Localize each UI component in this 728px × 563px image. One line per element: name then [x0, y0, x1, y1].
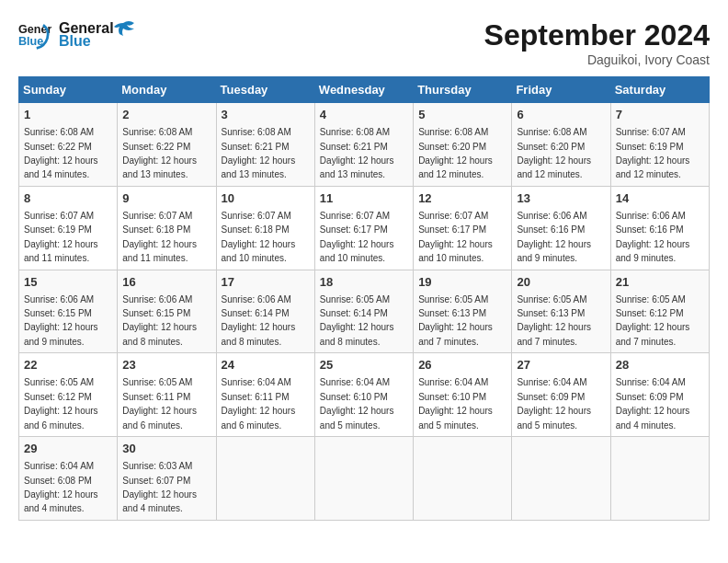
- day-cell-2: 2 Sunrise: 6:08 AMSunset: 6:22 PMDayligh…: [118, 103, 216, 187]
- day-cell-12: 12 Sunrise: 6:07 AMSunset: 6:17 PMDaylig…: [414, 186, 512, 270]
- month-title: September 2024: [484, 18, 710, 52]
- day-cell-17: 17 Sunrise: 6:06 AMSunset: 6:14 PMDaylig…: [216, 270, 314, 353]
- day-cell-7: 7 Sunrise: 6:07 AMSunset: 6:19 PMDayligh…: [610, 103, 709, 187]
- week-row-3: 15 Sunrise: 6:06 AMSunset: 6:15 PMDaylig…: [19, 270, 710, 353]
- page-header: General Blue General Blue September 2024…: [18, 18, 710, 67]
- day-cell-24: 24 Sunrise: 6:04 AMSunset: 6:11 PMDaylig…: [216, 353, 314, 437]
- day-cell-29: 29 Sunrise: 6:04 AMSunset: 6:08 PMDaylig…: [19, 437, 118, 521]
- day-cell-26: 26 Sunrise: 6:04 AMSunset: 6:10 PMDaylig…: [414, 353, 512, 437]
- day-cell-13: 13 Sunrise: 6:06 AMSunset: 6:16 PMDaylig…: [512, 186, 610, 270]
- empty-cell-4: [512, 437, 610, 521]
- day-cell-8: 8 Sunrise: 6:07 AMSunset: 6:19 PMDayligh…: [19, 186, 118, 270]
- col-saturday: Saturday: [610, 77, 709, 103]
- day-cell-10: 10 Sunrise: 6:07 AMSunset: 6:18 PMDaylig…: [216, 186, 314, 270]
- title-block: September 2024 Daguikoi, Ivory Coast: [484, 18, 710, 67]
- col-thursday: Thursday: [414, 77, 512, 103]
- day-cell-16: 16 Sunrise: 6:06 AMSunset: 6:15 PMDaylig…: [118, 270, 216, 353]
- day-cell-22: 22 Sunrise: 6:05 AMSunset: 6:12 PMDaylig…: [19, 353, 118, 437]
- empty-cell-3: [414, 437, 512, 521]
- week-row-1: 1 Sunrise: 6:08 AMSunset: 6:22 PMDayligh…: [19, 103, 710, 187]
- location-subtitle: Daguikoi, Ivory Coast: [484, 52, 710, 67]
- day-cell-23: 23 Sunrise: 6:05 AMSunset: 6:11 PMDaylig…: [118, 353, 216, 437]
- day-cell-4: 4 Sunrise: 6:08 AMSunset: 6:21 PMDayligh…: [314, 103, 413, 187]
- empty-cell-1: [216, 437, 314, 521]
- logo-icon: General Blue: [18, 18, 51, 52]
- col-monday: Monday: [118, 77, 216, 103]
- day-cell-3: 3 Sunrise: 6:08 AMSunset: 6:21 PMDayligh…: [216, 103, 314, 187]
- logo: General Blue General Blue: [18, 18, 136, 52]
- empty-cell-5: [610, 437, 709, 521]
- col-wednesday: Wednesday: [314, 77, 413, 103]
- col-tuesday: Tuesday: [216, 77, 314, 103]
- day-cell-21: 21 Sunrise: 6:05 AMSunset: 6:12 PMDaylig…: [610, 270, 709, 353]
- week-row-5: 29 Sunrise: 6:04 AMSunset: 6:08 PMDaylig…: [19, 437, 710, 521]
- day-cell-11: 11 Sunrise: 6:07 AMSunset: 6:17 PMDaylig…: [314, 186, 413, 270]
- week-row-2: 8 Sunrise: 6:07 AMSunset: 6:19 PMDayligh…: [19, 186, 710, 270]
- day-cell-27: 27 Sunrise: 6:04 AMSunset: 6:09 PMDaylig…: [512, 353, 610, 437]
- week-row-4: 22 Sunrise: 6:05 AMSunset: 6:12 PMDaylig…: [19, 353, 710, 437]
- day-cell-5: 5 Sunrise: 6:08 AMSunset: 6:20 PMDayligh…: [414, 103, 512, 187]
- col-friday: Friday: [512, 77, 610, 103]
- day-cell-20: 20 Sunrise: 6:05 AMSunset: 6:13 PMDaylig…: [512, 270, 610, 353]
- day-cell-30: 30 Sunrise: 6:03 AMSunset: 6:07 PMDaylig…: [118, 437, 216, 521]
- day-cell-6: 6 Sunrise: 6:08 AMSunset: 6:20 PMDayligh…: [512, 103, 610, 187]
- day-cell-18: 18 Sunrise: 6:05 AMSunset: 6:14 PMDaylig…: [314, 270, 413, 353]
- day-cell-15: 15 Sunrise: 6:06 AMSunset: 6:15 PMDaylig…: [19, 270, 118, 353]
- svg-text:Blue: Blue: [18, 35, 43, 48]
- day-cell-1: 1 Sunrise: 6:08 AMSunset: 6:22 PMDayligh…: [19, 103, 118, 187]
- empty-cell-2: [314, 437, 413, 521]
- day-cell-28: 28 Sunrise: 6:04 AMSunset: 6:09 PMDaylig…: [610, 353, 709, 437]
- day-cell-9: 9 Sunrise: 6:07 AMSunset: 6:18 PMDayligh…: [118, 186, 216, 270]
- calendar-table: Sunday Monday Tuesday Wednesday Thursday…: [18, 76, 710, 521]
- bird-icon: [110, 17, 136, 43]
- col-sunday: Sunday: [19, 77, 118, 103]
- day-cell-14: 14 Sunrise: 6:06 AMSunset: 6:16 PMDaylig…: [610, 186, 709, 270]
- day-cell-19: 19 Sunrise: 6:05 AMSunset: 6:13 PMDaylig…: [414, 270, 512, 353]
- day-cell-25: 25 Sunrise: 6:04 AMSunset: 6:10 PMDaylig…: [314, 353, 413, 437]
